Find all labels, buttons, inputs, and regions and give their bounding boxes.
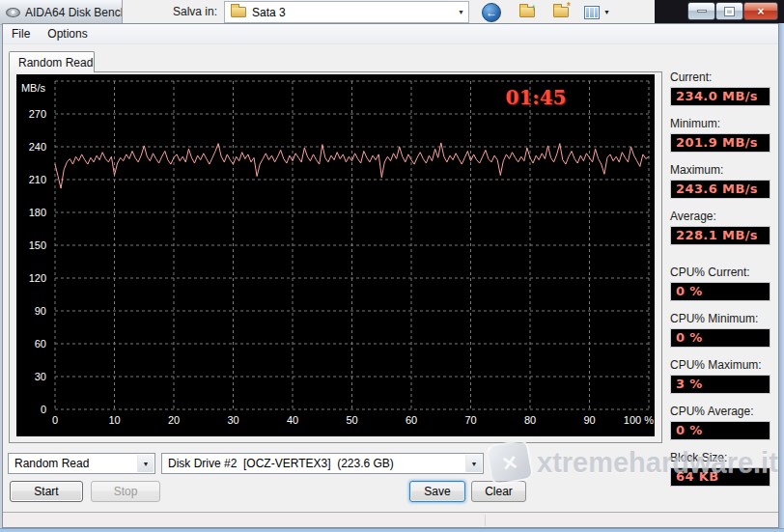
maximize-icon bbox=[725, 8, 734, 15]
stat-label: CPU% Minimum: bbox=[670, 312, 776, 326]
stat-cpu-current: CPU% Current: 0 % bbox=[670, 266, 776, 301]
svg-text:150: 150 bbox=[29, 239, 46, 251]
save-location-value: Sata 3 bbox=[252, 6, 286, 19]
clear-button[interactable]: Clear bbox=[471, 481, 526, 502]
up-arrow-icon: ↑ bbox=[531, 2, 536, 13]
stat-value: 0 % bbox=[670, 421, 770, 440]
benchmark-chart: 0306090120150180210240270010203040506070… bbox=[16, 74, 655, 436]
svg-text:210: 210 bbox=[29, 174, 46, 185]
menu-options[interactable]: Options bbox=[39, 24, 96, 43]
chevron-down-icon[interactable]: ▼ bbox=[465, 455, 482, 472]
svg-text:0: 0 bbox=[52, 414, 58, 426]
menu-file[interactable]: File bbox=[3, 24, 39, 43]
chevron-down-icon[interactable]: ▼ bbox=[137, 455, 154, 472]
svg-text:270: 270 bbox=[29, 108, 46, 120]
disk-drive-dropdown[interactable]: Disk Drive #2 [OCZ-VERTEX3] (223.6 GB) ▼ bbox=[161, 453, 484, 474]
svg-text:60: 60 bbox=[35, 338, 46, 350]
disk-drive-value: Disk Drive #2 [OCZ-VERTEX3] (223.6 GB) bbox=[168, 457, 394, 470]
folder-icon bbox=[231, 7, 246, 17]
stat-value: 228.1 MB/s bbox=[670, 226, 770, 245]
stat-value: 3 % bbox=[670, 375, 770, 394]
stats-panel: Current: 234.0 MB/s Minimum: 201.9 MB/s … bbox=[666, 58, 780, 502]
save-location-dropdown[interactable]: Sata 3 ▼ bbox=[224, 1, 469, 23]
background-window-bottom-border bbox=[0, 528, 784, 532]
stat-label: CPU% Average: bbox=[670, 405, 776, 419]
tab-label: Random Read bbox=[18, 56, 93, 70]
views-menu-button[interactable] bbox=[581, 2, 602, 22]
maximize-button[interactable] bbox=[715, 2, 743, 20]
back-arrow-icon: ← bbox=[482, 3, 501, 22]
stat-label: CPU% Current: bbox=[670, 266, 776, 280]
svg-text:30: 30 bbox=[35, 371, 46, 382]
svg-text:90: 90 bbox=[583, 414, 595, 426]
svg-text:90: 90 bbox=[35, 305, 46, 317]
stat-current: Current: 234.0 MB/s bbox=[670, 70, 776, 106]
svg-text:100 %: 100 % bbox=[624, 414, 654, 426]
svg-text:70: 70 bbox=[464, 414, 476, 426]
stat-value: 243.6 MB/s bbox=[670, 180, 770, 199]
stat-value: 0 % bbox=[670, 328, 770, 348]
svg-text:0: 0 bbox=[41, 404, 46, 415]
stat-label: Average: bbox=[670, 210, 776, 224]
minimize-button[interactable] bbox=[687, 2, 715, 20]
stat-label: Current: bbox=[670, 70, 776, 85]
save-dialog-toolbar: Salva in: Sata 3 ▼ ← ↑ * ▼ bbox=[123, 0, 655, 25]
background-window-title: AIDA64 Disk Bench bbox=[25, 6, 123, 19]
stat-cpu-average: CPU% Average: 0 % bbox=[670, 405, 776, 440]
chevron-down-icon[interactable]: ▼ bbox=[603, 9, 610, 15]
background-window-titlebar: AIDA64 Disk Bench bbox=[0, 0, 123, 25]
svg-text:40: 40 bbox=[287, 414, 298, 426]
back-button[interactable]: ← bbox=[481, 2, 502, 22]
stat-value: 0 % bbox=[670, 282, 770, 301]
stop-button[interactable]: Stop bbox=[91, 481, 160, 502]
menu-bar: File Options bbox=[3, 24, 778, 44]
disk-icon bbox=[6, 8, 20, 17]
test-type-dropdown[interactable]: Random Read ▼ bbox=[8, 453, 155, 474]
stat-value: 234.0 MB/s bbox=[670, 87, 770, 106]
svg-text:20: 20 bbox=[168, 414, 180, 426]
chevron-down-icon[interactable]: ▼ bbox=[458, 9, 464, 15]
svg-text:180: 180 bbox=[29, 207, 46, 218]
status-bar-divider bbox=[485, 515, 486, 526]
svg-text:80: 80 bbox=[524, 414, 536, 426]
tab-random-read[interactable]: Random Read bbox=[9, 51, 95, 72]
test-type-value: Random Read bbox=[14, 457, 89, 470]
elapsed-time: 01:45 bbox=[505, 86, 566, 109]
stat-label: CPU% Maximum: bbox=[670, 358, 776, 373]
stat-value: 201.9 MB/s bbox=[670, 133, 770, 153]
stat-label: Minimum: bbox=[670, 117, 776, 131]
view-grid-icon bbox=[584, 6, 600, 19]
stat-label: Block Size: bbox=[670, 451, 776, 465]
svg-text:30: 30 bbox=[227, 414, 238, 426]
status-bar bbox=[3, 512, 778, 527]
stat-maximum: Maximum: 243.6 MB/s bbox=[670, 163, 776, 199]
stat-cpu-minimum: CPU% Minimum: 0 % bbox=[670, 312, 776, 348]
stat-block-size: Block Size: 64 KB bbox=[670, 451, 776, 487]
save-button[interactable]: Save bbox=[409, 481, 465, 502]
svg-text:60: 60 bbox=[406, 414, 417, 426]
new-folder-button[interactable]: * bbox=[550, 2, 572, 22]
stat-cpu-maximum: CPU% Maximum: 3 % bbox=[670, 358, 776, 394]
svg-text:10: 10 bbox=[108, 414, 120, 426]
new-star-icon: * bbox=[567, 1, 571, 12]
save-in-label: Salva in: bbox=[173, 5, 217, 18]
background-window-caption-area: × bbox=[655, 0, 784, 23]
start-button[interactable]: Start bbox=[10, 481, 83, 502]
svg-text:240: 240 bbox=[29, 141, 46, 153]
svg-text:50: 50 bbox=[346, 414, 357, 426]
up-one-level-button[interactable]: ↑ bbox=[517, 2, 538, 22]
minimize-icon bbox=[697, 10, 707, 13]
chart-y-axis-unit: MB/s bbox=[21, 82, 46, 94]
stat-minimum: Minimum: 201.9 MB/s bbox=[670, 117, 776, 153]
stat-label: Maximum: bbox=[670, 163, 776, 178]
stat-average: Average: 228.1 MB/s bbox=[670, 210, 776, 245]
close-button[interactable]: × bbox=[743, 2, 778, 20]
svg-text:120: 120 bbox=[29, 272, 46, 284]
close-icon: × bbox=[757, 5, 764, 18]
stat-value: 64 KB bbox=[670, 467, 770, 487]
